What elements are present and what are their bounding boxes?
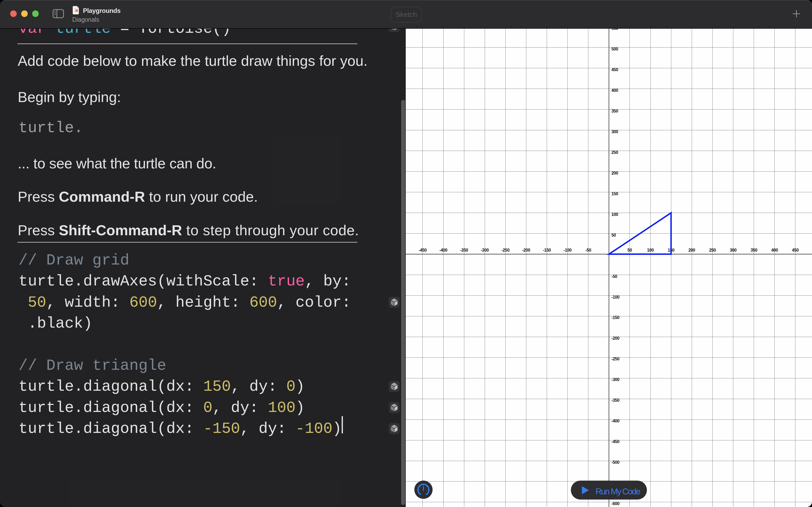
svg-text:-150: -150 [543,248,551,252]
svg-text:turtle.diagonal(dx: -150, dy:: turtle.diagonal(dx: -150, dy: -100) [18,420,342,438]
svg-text:-450: -450 [612,439,620,444]
svg-text:200: 200 [689,248,695,252]
svg-text:-300: -300 [481,248,489,252]
svg-text:Sketch: Sketch [396,10,417,18]
svg-text:to run your code.: to run your code. [145,188,258,205]
svg-text:Playgrounds: Playgrounds [83,7,121,14]
svg-text:-500: -500 [612,460,620,464]
svg-text:50: 50 [612,233,616,237]
svg-text:turtle.drawAxes(withScale: tru: turtle.drawAxes(withScale: true, by: [18,273,351,290]
svg-text:150: 150 [612,191,619,196]
svg-text:-300: -300 [612,377,620,382]
svg-text:Shift-Command-R: Shift-Command-R [59,222,182,238]
svg-text:-150: -150 [612,315,620,320]
svg-text:Begin by typing:: Begin by typing: [18,89,121,105]
svg-text:-600: -600 [612,501,620,506]
svg-text:300: 300 [612,129,619,134]
svg-text:400: 400 [771,248,778,252]
svg-text:Run My Code: Run My Code [595,487,640,496]
svg-text:turtle.: turtle. [18,119,83,137]
svg-text:350: 350 [612,109,619,113]
svg-text:300: 300 [730,248,737,252]
svg-text:350: 350 [751,248,757,252]
svg-text:Press: Press [18,222,59,238]
svg-text:-50: -50 [612,274,617,279]
svg-text:... to see what the turtle can: ... to see what the turtle can do. [18,155,216,171]
svg-text:-100: -100 [612,295,620,299]
svg-text:-100: -100 [564,248,572,252]
svg-text:-250: -250 [612,357,620,361]
svg-text:turtle.diagonal(dx: 0, dy: 100: turtle.diagonal(dx: 0, dy: 100) [18,399,305,416]
svg-text:Press: Press [18,188,59,205]
svg-text:450: 450 [612,67,619,72]
svg-text:450: 450 [792,248,799,252]
svg-text:Command-R: Command-R [59,188,145,205]
svg-text:100: 100 [612,212,619,217]
svg-text:// Draw triangle: // Draw triangle [18,357,166,374]
svg-text:-350: -350 [460,248,468,252]
svg-text:-400: -400 [439,248,447,252]
svg-text:100: 100 [647,248,654,252]
svg-text:250: 250 [612,150,619,155]
svg-text:-250: -250 [502,248,510,252]
svg-text:to step through your code.: to step through your code. [182,222,359,238]
svg-text:-50: -50 [585,248,591,252]
svg-text:500: 500 [612,47,619,51]
svg-text:-350: -350 [612,398,620,402]
svg-text:turtle.diagonal(dx: 150, dy: 0: turtle.diagonal(dx: 150, dy: 0) [18,378,305,395]
svg-text:.black): .black) [18,315,93,332]
svg-text:250: 250 [709,248,716,252]
svg-text:400: 400 [612,88,619,93]
svg-text:-400: -400 [612,419,620,423]
svg-text:-450: -450 [419,248,427,252]
svg-text:Diagonals: Diagonals [72,16,99,23]
svg-text:// Draw grid: // Draw grid [18,251,129,269]
svg-text:Add code below to make the tur: Add code below to make the turtle draw t… [18,53,367,69]
svg-text:50: 50 [628,248,632,252]
svg-text:-200: -200 [612,336,620,340]
svg-text:-200: -200 [522,248,530,252]
svg-text:200: 200 [612,171,619,175]
svg-text:50, width: 600, height: 600, c: 50, width: 600, height: 600, color: [18,294,351,311]
